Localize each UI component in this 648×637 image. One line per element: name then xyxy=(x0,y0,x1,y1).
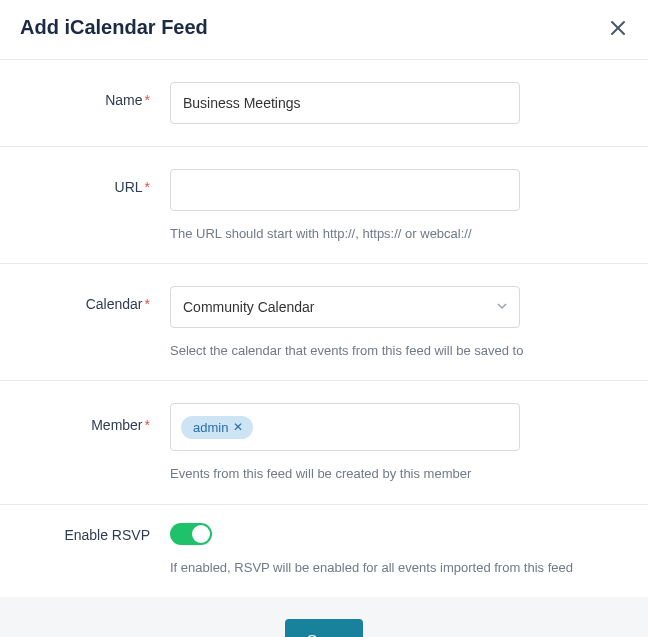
required-indicator: * xyxy=(145,179,150,195)
tag-remove-icon[interactable]: ✕ xyxy=(233,421,243,433)
url-help-text: The URL should start with http://, https… xyxy=(170,225,628,243)
name-input[interactable] xyxy=(170,82,520,124)
calendar-section: Calendar* Community Calendar xyxy=(0,264,648,381)
modal-footer: Save xyxy=(0,597,648,637)
url-label: URL* xyxy=(20,169,170,195)
name-section: Name* xyxy=(0,60,648,147)
close-icon[interactable] xyxy=(608,18,628,38)
required-indicator: * xyxy=(145,92,150,108)
required-indicator: * xyxy=(145,417,150,433)
calendar-label: Calendar* xyxy=(20,286,170,312)
rsvp-section: Enable RSVP If enabled, RSVP will be ena… xyxy=(0,505,648,597)
member-section: Member* admin ✕ Events from this feed wi… xyxy=(0,381,648,504)
name-label: Name* xyxy=(20,82,170,108)
rsvp-help-text: If enabled, RSVP will be enabled for all… xyxy=(170,559,628,577)
rsvp-toggle[interactable] xyxy=(170,523,212,545)
modal-title: Add iCalendar Feed xyxy=(20,16,208,39)
member-input[interactable]: admin ✕ xyxy=(170,403,520,451)
rsvp-label: Enable RSVP xyxy=(20,523,170,543)
save-button[interactable]: Save xyxy=(285,619,363,637)
add-icalendar-feed-modal: Add iCalendar Feed Name* URL* xyxy=(0,0,648,637)
url-section: URL* The URL should start with http://, … xyxy=(0,147,648,264)
calendar-select[interactable]: Community Calendar xyxy=(170,286,520,328)
toggle-thumb xyxy=(192,525,210,543)
url-input[interactable] xyxy=(170,169,520,211)
modal-header: Add iCalendar Feed xyxy=(0,0,648,60)
member-tag: admin ✕ xyxy=(181,416,253,439)
required-indicator: * xyxy=(145,296,150,312)
member-help-text: Events from this feed will be created by… xyxy=(170,465,628,483)
calendar-help-text: Select the calendar that events from thi… xyxy=(170,342,628,360)
member-label: Member* xyxy=(20,403,170,433)
